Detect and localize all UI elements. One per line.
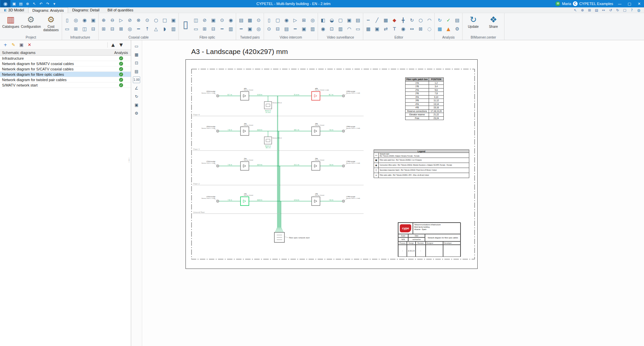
amplifier-icon[interactable]: ▷ [117, 16, 125, 24]
dashed-circle-icon[interactable]: ◌ [425, 25, 433, 33]
vi-distributor-icon[interactable]: ⊞ [300, 16, 308, 24]
patch-box-symbol[interactable] [312, 162, 320, 170]
tap-icon[interactable]: ⊖ [108, 16, 116, 24]
help-icon[interactable]: ? [629, 8, 635, 13]
camera-icon[interactable]: ◉ [282, 16, 290, 24]
full-window-icon[interactable]: ▢ [622, 8, 628, 13]
equalizer-icon[interactable]: ⊘ [126, 16, 134, 24]
zoom-window-icon[interactable]: ⊞ [586, 8, 593, 13]
zoom-in-icon[interactable]: ⊕ [579, 8, 586, 13]
node-icon[interactable]: ◉ [399, 25, 407, 33]
server-icon[interactable]: ▥ [336, 25, 344, 33]
chamber-icon[interactable]: ◫ [80, 25, 89, 33]
check-analysis-icon[interactable]: ✓ [444, 16, 452, 24]
rack-icon[interactable]: ▥ [309, 25, 317, 33]
dish-icon[interactable]: ◗ [161, 25, 169, 33]
measure-icon[interactable]: ↔ [408, 25, 416, 33]
diagram-list-item[interactable]: Network diagram for twisted pair cables✓ [0, 77, 131, 82]
redo-icon[interactable]: ↷ [44, 1, 51, 7]
update-button[interactable]: ↻Update [464, 14, 483, 35]
fibre-connector-icon[interactable]: ⊙ [218, 16, 226, 24]
bimserver-logo-icon[interactable]: C [573, 1, 578, 6]
copy-icon[interactable]: ▣ [373, 25, 381, 33]
fibre-network-start-icon[interactable]: ▯ [180, 16, 191, 33]
bim-sync-icon[interactable]: ◍ [636, 8, 642, 13]
patch-box-symbol[interactable] [240, 127, 249, 135]
calculator-icon[interactable]: ▦ [436, 25, 444, 33]
ip-camera-icon[interactable]: ◉ [319, 25, 327, 33]
select-icon[interactable]: ↖ [31, 1, 38, 7]
diagram-list-item[interactable]: Network diagram for fibre optic cables✓ [0, 72, 131, 77]
inspection-hatch-icon[interactable]: ▭ [192, 25, 200, 33]
delete-button[interactable]: ✕ [26, 42, 33, 48]
tp-cable-icon[interactable]: ━ [237, 25, 245, 33]
patch-box-symbol[interactable] [240, 197, 249, 206]
multiswitch-icon[interactable]: ⊞ [100, 25, 108, 33]
panel-splitter[interactable]: ⋮⋮ [127, 158, 131, 162]
account-name[interactable]: CYPETEL Examples [579, 2, 613, 6]
diagram-list-item[interactable]: Network diagram for S/CATV coaxial cable… [0, 66, 131, 72]
derivator-icon[interactable]: ⊟ [108, 25, 116, 33]
text-icon[interactable]: T [390, 25, 398, 33]
patch-box-symbol[interactable] [312, 92, 320, 100]
socket-icon[interactable]: ◎ [126, 25, 134, 33]
table-icon[interactable]: ▦ [364, 25, 372, 33]
grid-view-icon[interactable]: ▦ [133, 51, 140, 58]
drawing-canvas[interactable]: A3 - Landscape (420x297) mm Floor 4(4ºA)… [142, 40, 644, 346]
scale-icon[interactable]: 1.00 [133, 76, 140, 83]
undo-icon[interactable]: ↶ [38, 1, 44, 7]
move-down-button[interactable]: ▼ [118, 42, 124, 48]
print-icon[interactable]: ▤ [17, 1, 24, 7]
adapter-icon[interactable]: ⊞ [201, 25, 209, 33]
fibre-outlet-icon[interactable]: ◉ [227, 16, 235, 24]
vs-monitor-icon[interactable]: ▢ [336, 16, 344, 24]
rotate-icon[interactable]: ↻ [408, 16, 416, 24]
previous-view-icon[interactable]: ↺ [607, 8, 614, 13]
splitter-icon[interactable]: ⊕ [100, 16, 108, 24]
user-name[interactable]: Maria [562, 2, 571, 6]
maximize-button[interactable]: ▢ [625, 0, 634, 7]
arc-icon[interactable]: ◠ [425, 16, 433, 24]
patch-box-icon[interactable]: ▣ [209, 16, 217, 24]
fibre-meter-icon[interactable]: ▥ [227, 25, 235, 33]
splice-box-icon[interactable]: ◫ [192, 16, 200, 24]
close-button[interactable]: ✕ [634, 0, 644, 7]
coil-icon[interactable]: ◉ [80, 16, 89, 24]
refresh-view-icon[interactable]: ↻ [133, 93, 140, 100]
distributor-icon[interactable]: ⊠ [117, 25, 125, 33]
bracket-icon[interactable]: ⊡ [328, 25, 336, 33]
snap-icon[interactable]: ⊡ [133, 60, 140, 66]
power-supply-icon[interactable]: ⊟ [274, 25, 282, 33]
patch-box-symbol[interactable] [312, 197, 320, 206]
edit-cursor-icon[interactable]: ↖ [572, 8, 579, 13]
terminal-icon[interactable]: ⊟ [209, 25, 217, 33]
antenna-icon[interactable]: △ [152, 25, 160, 33]
doorbell-icon[interactable]: ⊙ [265, 25, 273, 33]
print-icon[interactable]: ▤ [593, 8, 600, 13]
report-icon[interactable]: ▤ [453, 16, 461, 24]
ruler-icon[interactable]: ▤ [133, 68, 140, 75]
headend-icon[interactable]: ▣ [169, 16, 177, 24]
cctv-camera-icon[interactable]: ◧ [319, 16, 327, 24]
attenuator-icon[interactable]: ⊗ [135, 16, 143, 24]
monitor-icon[interactable]: ▢ [274, 16, 282, 24]
conduit-icon[interactable]: ◎ [72, 16, 80, 24]
move-icon[interactable]: ╋ [399, 16, 407, 24]
tester-icon[interactable]: ▣ [246, 25, 254, 33]
recorder-icon[interactable]: ▣ [345, 16, 353, 24]
customize-toolbar-icon[interactable]: ▾ [51, 1, 58, 7]
layers-icon[interactable]: ▣ [133, 102, 140, 108]
angle-icon[interactable]: ∠ [133, 85, 140, 92]
dome-camera-icon[interactable]: ◒ [328, 16, 336, 24]
dashed-line-icon[interactable]: ┅ [364, 16, 372, 24]
diagram-list-item[interactable]: S/MATV network start✓ [0, 82, 131, 88]
cable-icon[interactable]: ━ [135, 25, 143, 33]
outlet-icon[interactable]: ⊙ [143, 16, 151, 24]
vs-switch-icon[interactable]: ▤ [354, 16, 362, 24]
mirror-icon[interactable]: ⇄ [382, 25, 390, 33]
patch-panel-icon[interactable]: ▦ [246, 16, 254, 24]
options-icon[interactable]: ⚙ [453, 25, 461, 33]
user-avatar[interactable]: M [555, 1, 560, 6]
inspection-hatch-symbol[interactable] [264, 137, 272, 144]
circle-icon[interactable]: ○ [417, 16, 425, 24]
